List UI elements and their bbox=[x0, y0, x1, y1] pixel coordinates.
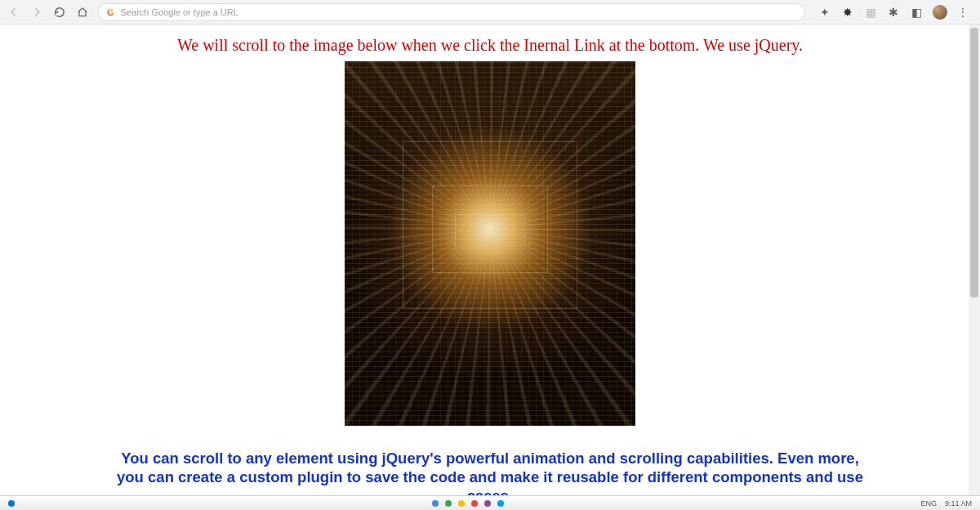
extensions-puzzle-icon[interactable]: ✱ bbox=[887, 6, 900, 19]
address-bar-placeholder: Search Google or type a URL bbox=[121, 7, 238, 17]
taskbar-right: ENG 9:11 AM bbox=[920, 499, 972, 508]
extension-icon[interactable]: ✦ bbox=[818, 6, 831, 19]
image-decor bbox=[432, 186, 548, 273]
taskbar-app-icon[interactable] bbox=[484, 500, 491, 507]
profile-avatar[interactable] bbox=[933, 5, 947, 20]
home-button[interactable] bbox=[75, 5, 90, 20]
os-taskbar: ENG 9:11 AM bbox=[0, 495, 980, 510]
description-paragraph: You can scroll to any element using jQue… bbox=[106, 449, 874, 495]
taskbar-app-icon[interactable] bbox=[458, 500, 465, 507]
taskbar-center bbox=[15, 500, 920, 507]
reload-button[interactable] bbox=[52, 5, 67, 20]
menu-kebab-icon[interactable]: ⋮ bbox=[957, 6, 969, 19]
scrollbar-thumb[interactable] bbox=[970, 28, 978, 298]
taskbar-left bbox=[8, 500, 15, 507]
taskbar-language[interactable]: ENG bbox=[920, 499, 937, 508]
browser-toolbar: G Search Google or type a URL ✦ ✸ ▦ ✱ ◧ … bbox=[0, 0, 980, 25]
image-decor bbox=[403, 141, 577, 309]
extension-icon-2[interactable]: ▦ bbox=[864, 6, 877, 19]
side-panel-icon[interactable]: ◧ bbox=[910, 6, 923, 19]
taskbar-clock[interactable]: 9:11 AM bbox=[945, 499, 972, 508]
address-bar[interactable]: G Search Google or type a URL bbox=[98, 3, 805, 21]
extension-area: ✦ ✸ ▦ ✱ ◧ ⋮ bbox=[813, 5, 973, 20]
intro-heading: We will scroll to the image below when w… bbox=[5, 36, 975, 55]
google-icon: G bbox=[107, 7, 114, 17]
taskbar-app-icon[interactable] bbox=[497, 500, 504, 507]
vertical-scrollbar[interactable] bbox=[969, 25, 980, 495]
hero-image bbox=[345, 61, 635, 426]
forward-button[interactable] bbox=[29, 5, 44, 20]
taskbar-app-icon[interactable] bbox=[8, 500, 15, 507]
taskbar-app-icon[interactable] bbox=[432, 500, 439, 507]
back-button[interactable] bbox=[7, 5, 21, 20]
taskbar-app-icon[interactable] bbox=[471, 500, 478, 507]
page-content: We will scroll to the image below when w… bbox=[0, 25, 980, 495]
taskbar-app-icon[interactable] bbox=[445, 500, 452, 507]
page-viewport: We will scroll to the image below when w… bbox=[0, 25, 980, 495]
image-decor bbox=[455, 214, 524, 247]
evernote-icon[interactable]: ✸ bbox=[841, 6, 854, 19]
